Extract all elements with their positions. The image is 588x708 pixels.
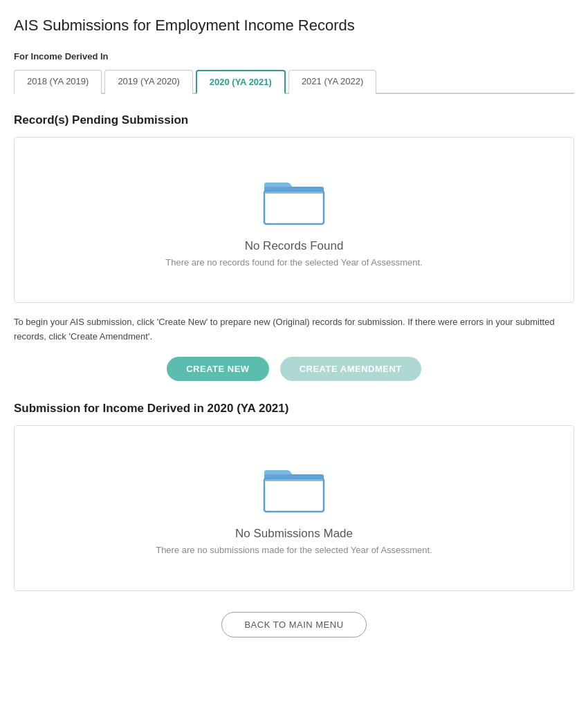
create-amendment-button[interactable]: CREATE AMENDMENT	[280, 357, 421, 381]
pending-empty-subtitle: There are no records found for the selec…	[165, 257, 422, 268]
pending-records-box: No Records Found There are no records fo…	[14, 137, 574, 303]
income-derived-label: For Income Derived In	[14, 51, 574, 62]
svg-rect-7	[264, 474, 324, 481]
tab-2019[interactable]: 2019 (YA 2020)	[104, 70, 192, 94]
svg-rect-3	[264, 187, 324, 194]
info-text: To begin your AIS submission, click 'Cre…	[14, 315, 574, 344]
action-buttons: CREATE NEW CREATE AMENDMENT	[14, 357, 574, 381]
submissions-box: No Submissions Made There are no submiss…	[14, 425, 574, 591]
pending-empty-title: No Records Found	[245, 239, 344, 253]
page-title: AIS Submissions for Employment Income Re…	[14, 17, 574, 35]
folder-icon-2	[263, 460, 325, 516]
tab-2020[interactable]: 2020 (YA 2021)	[196, 70, 286, 94]
pending-section-heading: Record(s) Pending Submission	[14, 113, 574, 127]
tab-2018[interactable]: 2018 (YA 2019)	[14, 70, 102, 94]
folder-icon	[263, 173, 325, 228]
back-to-menu-button[interactable]: BACK TO MAIN MENU	[221, 612, 366, 637]
submission-empty-title: No Submissions Made	[235, 527, 353, 541]
tab-2021[interactable]: 2021 (YA 2022)	[288, 70, 376, 94]
submission-empty-subtitle: There are no submissions made for the se…	[156, 545, 432, 555]
submission-section-heading: Submission for Income Derived in 2020 (Y…	[14, 402, 574, 416]
back-row: BACK TO MAIN MENU	[14, 612, 574, 637]
create-new-button[interactable]: CREATE NEW	[167, 357, 268, 381]
svg-rect-2	[264, 191, 324, 224]
year-tabs: 2018 (YA 2019) 2019 (YA 2020) 2020 (YA 2…	[14, 68, 574, 94]
svg-rect-6	[264, 478, 324, 512]
